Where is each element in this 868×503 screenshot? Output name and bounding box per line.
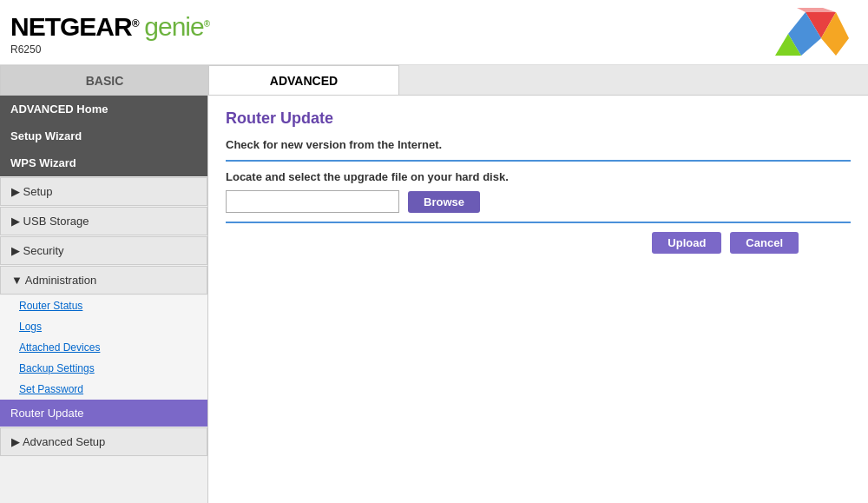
locate-file-text: Locate and select the upgrade file on yo… bbox=[226, 170, 851, 183]
section-divider-1 bbox=[226, 160, 851, 162]
browse-button[interactable]: Browse bbox=[408, 191, 480, 213]
logo-graphic bbox=[753, 8, 858, 60]
sidebar-item-advanced-home[interactable]: ADVANCED Home bbox=[0, 96, 207, 122]
sidebar-item-advanced-setup[interactable]: ▶ Advanced Setup bbox=[0, 427, 207, 456]
check-internet-text: Check for new version from the Internet. bbox=[226, 138, 851, 151]
sidebar-item-security[interactable]: ▶ Security bbox=[0, 236, 207, 265]
sidebar-item-router-update[interactable]: Router Update bbox=[0, 400, 207, 427]
section-divider-2 bbox=[226, 222, 851, 223]
tab-basic[interactable]: BASIC bbox=[0, 65, 208, 95]
file-path-input[interactable] bbox=[226, 190, 399, 213]
tabs: BASIC ADVANCED bbox=[0, 65, 868, 96]
logo-area: NETGEAR® genie® R6250 bbox=[10, 12, 209, 56]
tm-symbol: ® bbox=[204, 19, 209, 29]
sidebar: ADVANCED Home Setup Wizard WPS Wizard ▶ … bbox=[0, 96, 208, 503]
genie-text: genie bbox=[144, 12, 203, 41]
model-number: R6250 bbox=[10, 43, 209, 56]
sidebar-item-setup[interactable]: ▶ Setup bbox=[0, 177, 207, 206]
file-row: Browse bbox=[226, 190, 851, 213]
sidebar-item-setup-wizard[interactable]: Setup Wizard bbox=[0, 122, 207, 149]
cancel-button[interactable]: Cancel bbox=[730, 232, 799, 254]
sidebar-item-usb-storage[interactable]: ▶ USB Storage bbox=[0, 207, 207, 235]
logo: NETGEAR® genie® bbox=[10, 12, 209, 42]
header: NETGEAR® genie® R6250 bbox=[0, 0, 868, 65]
sidebar-item-backup-settings[interactable]: Backup Settings bbox=[0, 358, 207, 379]
sidebar-item-administration[interactable]: ▼ Administration bbox=[0, 266, 207, 295]
upload-button[interactable]: Upload bbox=[652, 232, 721, 254]
reg-symbol: ® bbox=[132, 17, 139, 30]
main-layout: ADVANCED Home Setup Wizard WPS Wizard ▶ … bbox=[0, 96, 868, 503]
page-title: Router Update bbox=[226, 109, 851, 128]
sidebar-item-router-status[interactable]: Router Status bbox=[0, 295, 207, 316]
svg-marker-4 bbox=[797, 8, 836, 12]
content-area: Router Update Check for new version from… bbox=[208, 96, 868, 503]
tab-advanced[interactable]: ADVANCED bbox=[208, 65, 399, 95]
action-row: Upload Cancel bbox=[226, 232, 851, 254]
netgear-text: NETGEAR bbox=[10, 12, 132, 41]
sidebar-item-attached-devices[interactable]: Attached Devices bbox=[0, 337, 207, 358]
sidebar-item-wps-wizard[interactable]: WPS Wizard bbox=[0, 149, 207, 176]
sidebar-item-set-password[interactable]: Set Password bbox=[0, 379, 207, 400]
sidebar-item-logs[interactable]: Logs bbox=[0, 316, 207, 337]
